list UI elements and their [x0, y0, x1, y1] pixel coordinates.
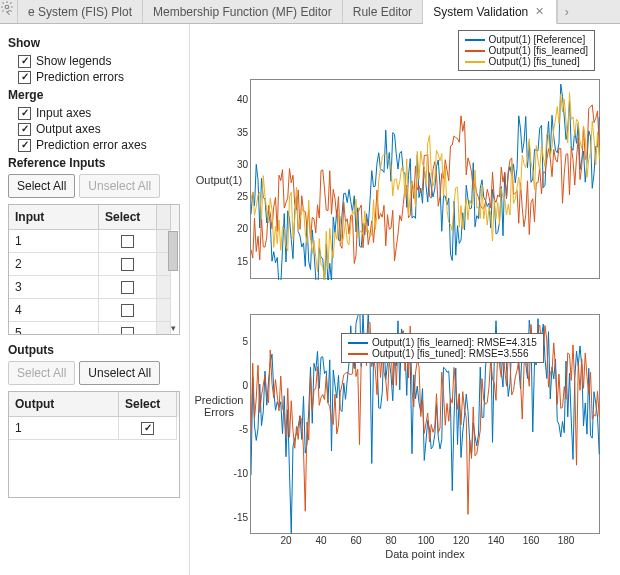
refinputs-row-checkbox[interactable] [121, 258, 134, 271]
gear-icon[interactable] [575, 0, 597, 23]
refinputs-table: Input Select 1 2 3 4 5 ▾ [8, 204, 180, 335]
chart1-ylabel: Output(1) [190, 174, 248, 186]
show-legends-checkbox[interactable] [18, 55, 31, 68]
scrollbar-thumb[interactable] [168, 231, 178, 271]
chart-legend: Output(1) [fis_learned]: RMSE=4.315Outpu… [341, 333, 544, 363]
merge-header: Merge [8, 88, 183, 102]
merge-error-axes-checkbox[interactable] [18, 139, 31, 152]
refinputs-row-checkbox[interactable] [121, 235, 134, 248]
tab-system-validation[interactable]: System Validation ✕ [423, 0, 557, 24]
output-plot[interactable]: 152025303540Output(1) [Reference]Output(… [250, 79, 600, 279]
refinputs-row-checkbox[interactable] [121, 327, 134, 335]
merge-input-axes-label: Input axes [36, 106, 91, 120]
refinputs-select-all-button[interactable]: Select All [8, 174, 75, 198]
show-header: Show [8, 36, 183, 50]
tab-mf-editor[interactable]: Membership Function (MF) Editor [143, 0, 343, 23]
outputs-col-output: Output [9, 392, 119, 417]
chart-area: Output(1) 152025303540Output(1) [Referen… [190, 24, 620, 575]
outputs-row-checkbox[interactable] [141, 422, 154, 435]
tab-next-button[interactable]: › [557, 0, 575, 23]
merge-output-axes-checkbox[interactable] [18, 123, 31, 136]
outputs-header: Outputs [8, 343, 183, 357]
refinputs-row-name: 4 [9, 299, 99, 322]
close-icon[interactable]: ✕ [533, 5, 546, 18]
outputs-table: Output Select 1 [8, 391, 180, 498]
refinputs-row-name: 1 [9, 230, 99, 253]
refinputs-row-name: 2 [9, 253, 99, 276]
prediction-errors-checkbox[interactable] [18, 71, 31, 84]
outputs-row-name: 1 [9, 417, 119, 440]
prediction-errors-label: Prediction errors [36, 70, 124, 84]
scroll-down-icon[interactable]: ▾ [168, 323, 178, 333]
outputs-col-select: Select [119, 392, 177, 417]
svg-point-0 [5, 5, 9, 9]
tab-rule-editor[interactable]: Rule Editor [343, 0, 423, 23]
outputs-unselect-all-button[interactable]: Unselect All [79, 361, 160, 385]
refinputs-col-input: Input [9, 205, 99, 230]
refinputs-row-name: 5 [9, 322, 99, 334]
error-plot[interactable]: -15-10-50520406080100120140160180Output(… [250, 314, 600, 534]
chart2-xlabel: Data point index [250, 548, 600, 560]
show-legends-label: Show legends [36, 54, 111, 68]
outputs-select-all-button: Select All [8, 361, 75, 385]
refinputs-col-select: Select [99, 205, 157, 230]
reference-inputs-header: Reference Inputs [8, 156, 183, 170]
sidebar: Show Show legends Prediction errors Merg… [0, 24, 190, 575]
refinputs-row-name: 3 [9, 276, 99, 299]
merge-input-axes-checkbox[interactable] [18, 107, 31, 120]
refinputs-unselect-all-button: Unselect All [79, 174, 160, 198]
chart-legend: Output(1) [Reference]Output(1) [fis_lear… [458, 30, 596, 71]
refinputs-row-checkbox[interactable] [121, 304, 134, 317]
merge-output-axes-label: Output axes [36, 122, 101, 136]
merge-error-axes-label: Prediction error axes [36, 138, 147, 152]
tab-bar: ‹ e System (FIS) Plot Membership Functio… [0, 0, 620, 24]
chart2-ylabel: Prediction Errors [190, 394, 248, 418]
refinputs-row-checkbox[interactable] [121, 281, 134, 294]
tab-fis-plot[interactable]: e System (FIS) Plot [18, 0, 143, 23]
